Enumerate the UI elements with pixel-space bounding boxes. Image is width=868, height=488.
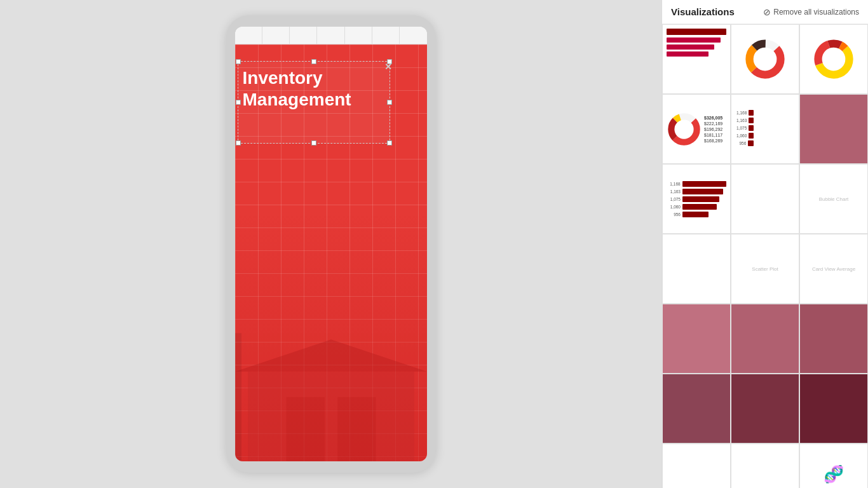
- viz-thumb-bar[interactable]: 1,1681,1631,0751,060956: [731, 94, 799, 164]
- viz-thumb-card[interactable]: Card View Average: [799, 234, 868, 304]
- viz-thumb-bar2[interactable]: 1,168 1,163 1,075 1,060 956: [662, 164, 731, 234]
- donut-chart-1: [743, 37, 787, 81]
- viz-thumb-donut1[interactable]: [731, 24, 799, 94]
- svg-rect-4: [235, 334, 241, 461]
- subscribe-dna-icon: 🧬: [824, 464, 844, 484]
- viz-thumb-scatter2[interactable]: Scatter Plot: [731, 234, 799, 304]
- bar-chart-row: 1,163: [736, 118, 754, 123]
- header-col-7: [400, 27, 426, 44]
- bar-fill: [749, 125, 754, 131]
- bar-label: 1,168: [736, 111, 747, 115]
- viz-thumb-bubble[interactable]: Bubble Chart: [799, 164, 868, 234]
- phone-mockup: ✕ Inventory Management InventoryManageme…: [226, 15, 436, 473]
- remove-all-button[interactable]: ⊘ Remove all visualizations: [763, 7, 859, 17]
- bubble-label: Bubble Chart: [819, 196, 849, 202]
- table-row-2: [667, 44, 714, 50]
- viz-thumb-rose1[interactable]: [662, 304, 731, 374]
- header-col-5: [345, 27, 372, 44]
- svg-rect-2: [286, 397, 324, 461]
- bar-fill: [749, 110, 754, 116]
- bar2-container: 1,168 1,163 1,075 1,060 956: [667, 181, 726, 217]
- viz-thumb-solid-red[interactable]: [799, 94, 868, 164]
- header-col-2: [262, 27, 290, 44]
- viz-thumb-donut2[interactable]: [799, 24, 868, 94]
- bar-fill: [748, 140, 754, 146]
- bar-chart-row: 956: [736, 140, 754, 146]
- viz-thumb-last1[interactable]: [662, 444, 731, 488]
- bar-fill: [749, 133, 754, 139]
- bar-chart-container: 1,1681,1631,0751,060956: [736, 110, 754, 148]
- table-row-3: [667, 51, 709, 57]
- viz-thumb-blank1[interactable]: [731, 164, 799, 234]
- viz-thumb-dark1[interactable]: [662, 374, 731, 444]
- inventory-title: Inventory Management InventoryManagement: [243, 67, 351, 110]
- resize-handle-bl[interactable]: [236, 140, 241, 146]
- close-button[interactable]: ✕: [383, 61, 394, 72]
- warehouse-background: [235, 211, 427, 461]
- resize-handle-ml[interactable]: [236, 100, 241, 105]
- card-label: Card View Average: [808, 262, 859, 276]
- remove-all-label: Remove all visualizations: [773, 8, 859, 17]
- svg-rect-3: [337, 397, 376, 461]
- resize-handle-br[interactable]: [387, 140, 392, 146]
- resize-handle-tm[interactable]: [311, 59, 316, 64]
- header-col-6: [372, 27, 400, 44]
- viz-thumbnails-grid: $326,005 $222,169 $196,292 $181,117 $168…: [662, 24, 868, 488]
- viz-thumb-rose2[interactable]: [731, 304, 799, 374]
- canvas-area: ✕ Inventory Management InventoryManageme…: [0, 0, 661, 488]
- viz-thumb-table[interactable]: [662, 24, 731, 94]
- bar-label: 1,060: [736, 133, 747, 138]
- visualizations-panel: Visualizations ⊘ Remove all visualizatio…: [661, 0, 868, 488]
- bar-chart-row: 1,060: [736, 133, 754, 139]
- resize-handle-bm[interactable]: [311, 140, 316, 146]
- viz-thumb-donut-legend[interactable]: $326,005 $222,169 $196,292 $181,117 $168…: [662, 94, 731, 164]
- phone-header: [235, 27, 427, 44]
- header-col-1: [235, 27, 262, 44]
- viz-thumb-last2[interactable]: [731, 444, 799, 488]
- phone-screen: ✕ Inventory Management InventoryManageme…: [235, 27, 427, 461]
- remove-icon: ⊘: [763, 7, 771, 17]
- svg-rect-0: [248, 372, 414, 461]
- donut-chart-2: [811, 37, 856, 81]
- header-col-4: [317, 27, 344, 44]
- viz-thumb-scatter1[interactable]: [662, 234, 731, 304]
- resize-handle-mr[interactable]: [387, 100, 392, 105]
- donut-legend: $326,005 $222,169 $196,292 $181,117 $168…: [704, 116, 726, 143]
- table-row-1: [667, 37, 721, 43]
- viz-thumb-dark3[interactable]: [799, 374, 868, 444]
- bar-label: 1,163: [736, 118, 747, 123]
- panel-header: Visualizations ⊘ Remove all visualizatio…: [662, 0, 868, 24]
- scatter2-label: Scatter Plot: [752, 266, 778, 272]
- svg-marker-1: [235, 340, 427, 372]
- viz-thumb-rose3[interactable]: [799, 304, 868, 374]
- header-col-3: [290, 27, 317, 44]
- panel-title: Visualizations: [671, 6, 735, 17]
- bar-label: 1,075: [736, 126, 747, 130]
- bar-fill: [749, 118, 754, 123]
- table-header-bar: [667, 29, 726, 35]
- resize-handle-tl[interactable]: [236, 59, 241, 64]
- donut-small-chart: [667, 112, 702, 147]
- viz-thumb-subscribe[interactable]: 🧬 SUBSCRIBE: [799, 444, 868, 488]
- viz-thumb-dark2[interactable]: [731, 374, 799, 444]
- phone-content: ✕ Inventory Management InventoryManageme…: [235, 44, 427, 461]
- bar-chart-row: 1,168: [736, 110, 754, 116]
- bar-chart-row: 1,075: [736, 125, 754, 131]
- bar-label: 956: [736, 141, 746, 146]
